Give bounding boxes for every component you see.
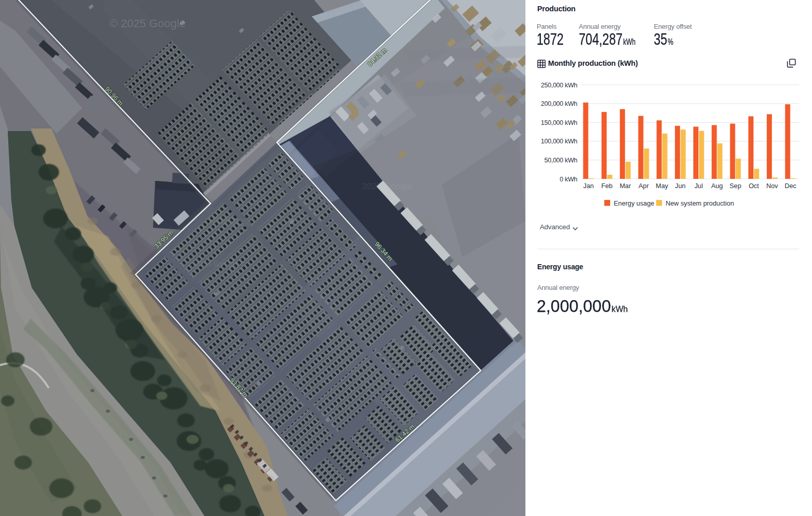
svg-text:Energy usage: Energy usage xyxy=(614,199,654,207)
svg-text:Apr: Apr xyxy=(638,182,649,190)
svg-text:May: May xyxy=(656,182,669,190)
svg-text:2025 Google: 2025 Google xyxy=(362,181,412,191)
svg-text:250,000 kWh: 250,000 kWh xyxy=(541,82,577,89)
svg-text:Jun: Jun xyxy=(675,182,686,190)
svg-text:© 2025 Google: © 2025 Google xyxy=(109,17,185,30)
svg-text:150,000 kWh: 150,000 kWh xyxy=(541,119,577,126)
svg-text:2025 Google: 2025 Google xyxy=(194,259,238,268)
svg-text:Nov: Nov xyxy=(766,182,778,190)
svg-text:Aug: Aug xyxy=(711,182,723,190)
svg-text:Mar: Mar xyxy=(619,182,631,190)
svg-text:Feb: Feb xyxy=(601,182,613,190)
svg-text:Jan: Jan xyxy=(583,182,594,190)
svg-text:0 kWh: 0 kWh xyxy=(560,176,577,183)
svg-text:New system production: New system production xyxy=(666,199,734,207)
svg-text:50,000 kWh: 50,000 kWh xyxy=(544,157,578,164)
svg-text:100,000 kWh: 100,000 kWh xyxy=(541,138,577,145)
svg-text:Dec: Dec xyxy=(785,182,797,190)
svg-text:Jul: Jul xyxy=(694,182,703,190)
svg-text:Sep: Sep xyxy=(730,182,742,190)
svg-text:Oct: Oct xyxy=(749,182,759,190)
svg-text:200,000 kWh: 200,000 kWh xyxy=(541,100,577,107)
